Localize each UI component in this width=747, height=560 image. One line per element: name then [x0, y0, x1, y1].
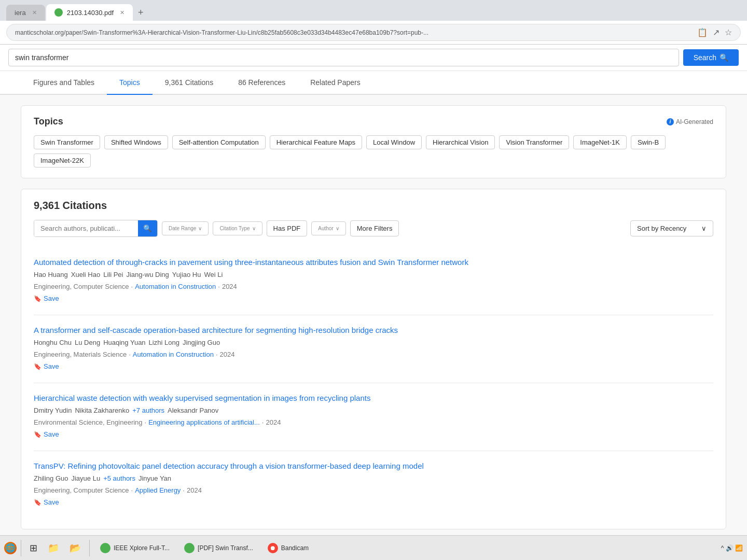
topic-tag-imagenet-1k[interactable]: ImageNet-1K: [573, 135, 627, 149]
authors-row: Dmitry Yudin Nikita Zakharenko +7 author…: [34, 407, 713, 414]
topic-tag-hierarchical-feature-maps[interactable]: Hierarchical Feature Maps: [270, 135, 362, 149]
tab-favicon-icon: [54, 8, 63, 17]
citation-title-link[interactable]: A transformer and self-cascade operation…: [34, 326, 713, 334]
citation-meta: Engineering, Computer Science · Applied …: [34, 486, 713, 494]
date-range-filter[interactable]: Date Range ∨: [162, 221, 209, 235]
citation-fields: Engineering, Materials Science: [34, 351, 127, 358]
citations-title: 9,361 Citations: [34, 200, 713, 212]
tab-figures[interactable]: Figures and Tables: [21, 71, 107, 95]
citation-search-button[interactable]: 🔍: [138, 220, 157, 236]
taskbar-bandicam-label: Bandicam: [281, 544, 309, 551]
taskbar-divider: [21, 540, 21, 551]
author-name[interactable]: Hao Huang: [34, 271, 68, 278]
author-name[interactable]: Xueli Hao: [71, 271, 100, 278]
citation-search-input[interactable]: [34, 220, 138, 236]
taskbar-item-label: [PDF] Swin Transf...: [198, 544, 253, 551]
citation-meta: Engineering, Materials Science · Automat…: [34, 351, 713, 358]
topic-tag-local-window[interactable]: Local Window: [366, 135, 422, 149]
info-icon: i: [667, 118, 674, 125]
filters-row: 🔍 Date Range ∨ Citation Type ∨ Has PDF A…: [34, 220, 713, 237]
author-name[interactable]: Jingjing Guo: [183, 339, 220, 346]
journal-link[interactable]: Automation in Construction: [135, 283, 216, 290]
taskbar-chrome-pdf[interactable]: [PDF] Swin Transf...: [178, 541, 259, 551]
share-icon[interactable]: ↗: [713, 27, 720, 37]
citation-year: 2024: [187, 486, 202, 494]
citation-title-link[interactable]: TransPV: Refining photovoltaic panel det…: [34, 461, 713, 470]
author-name[interactable]: Lizhi Long: [149, 339, 179, 346]
citation-item: A transformer and self-cascade operation…: [34, 315, 713, 383]
author-name[interactable]: Lili Pei: [103, 271, 123, 278]
citation-title-link[interactable]: Automated detection of through-cracks in…: [34, 258, 713, 267]
citation-year: 2024: [266, 418, 281, 426]
author-filter[interactable]: Author ∨: [311, 221, 345, 235]
author-name[interactable]: Lu Deng: [75, 339, 100, 346]
author-name[interactable]: Jiang-wu Ding: [126, 271, 169, 278]
new-tab-button[interactable]: +: [134, 7, 148, 18]
journal-link[interactable]: Applied Energy: [135, 486, 181, 494]
bookmark-icon[interactable]: ☆: [725, 27, 732, 37]
tab-citations[interactable]: 9,361 Citations: [153, 71, 226, 95]
copy-icon[interactable]: 📋: [697, 27, 708, 37]
start-menu-icon[interactable]: 🌐: [4, 542, 17, 551]
tab-close-icon[interactable]: ✕: [32, 9, 37, 16]
taskbar-files-icon[interactable]: 📁: [44, 542, 63, 551]
url-text: manticscholar.org/paper/Swin-Transformer…: [15, 29, 697, 36]
save-button[interactable]: 🔖 Save: [34, 496, 59, 508]
taskbar-chrome-ieee[interactable]: IEEE Xplore Full-T...: [94, 541, 176, 551]
bookmark-save-icon: 🔖: [34, 363, 42, 370]
save-button[interactable]: 🔖 Save: [34, 292, 59, 304]
taskbar-bandicam[interactable]: ⏺ Bandicam: [261, 541, 315, 551]
has-pdf-filter[interactable]: Has PDF: [267, 220, 308, 236]
tab-related-papers[interactable]: Related Papers: [298, 71, 373, 95]
date-range-chevron-icon: ∨: [198, 226, 202, 231]
author-name[interactable]: Aleksandr Panov: [168, 407, 218, 414]
citation-title-link[interactable]: Hierarchical waste detection with weakly…: [34, 394, 713, 402]
more-authors-link[interactable]: +5 authors: [103, 474, 135, 482]
author-name[interactable]: Yujiao Hu: [172, 271, 201, 278]
tab-label: iera: [15, 9, 26, 17]
citation-item: Hierarchical waste detection with weakly…: [34, 383, 713, 451]
tab-references[interactable]: 86 References: [226, 71, 298, 95]
search-button[interactable]: Search 🔍: [683, 49, 739, 66]
citation-type-filter[interactable]: Citation Type ∨: [213, 221, 262, 235]
citation-fields: Engineering, Computer Science: [34, 283, 129, 290]
author-name[interactable]: Jinyue Yan: [139, 474, 171, 482]
taskbar-explorer-icon[interactable]: ⊞: [25, 542, 42, 551]
tab-topics[interactable]: Topics: [107, 71, 153, 95]
author-name[interactable]: Wei Li: [204, 271, 223, 278]
more-authors-link[interactable]: +7 authors: [132, 407, 164, 414]
taskbar-folder-icon[interactable]: 📂: [65, 542, 85, 551]
journal-link[interactable]: Engineering applications of artificial..…: [148, 418, 260, 426]
taskbar-divider-2: [89, 540, 90, 551]
more-filters-button[interactable]: More Filters: [350, 220, 399, 236]
save-label: Save: [44, 498, 59, 506]
author-name[interactable]: Zhiling Guo: [34, 474, 68, 482]
topic-tag-hierarchical-vision[interactable]: Hierarchical Vision: [426, 135, 495, 149]
ai-generated-badge: i AI-Generated: [667, 118, 713, 125]
journal-link[interactable]: Automation in Construction: [133, 351, 214, 358]
sort-dropdown[interactable]: Sort by Recency ∨: [630, 220, 713, 236]
topic-tag-self-attention[interactable]: Self-attention Computation: [172, 135, 266, 149]
tab-active[interactable]: 2103.14030.pdf ✕: [46, 4, 133, 21]
author-name[interactable]: Jiayue Lu: [71, 474, 100, 482]
save-button[interactable]: 🔖 Save: [34, 360, 59, 372]
url-box[interactable]: manticscholar.org/paper/Swin-Transformer…: [6, 24, 741, 41]
tab-inactive[interactable]: iera ✕: [6, 5, 45, 21]
topic-tag-swin-b[interactable]: Swin-B: [631, 135, 666, 149]
topic-tag-vision-transformer[interactable]: Vision Transformer: [499, 135, 569, 149]
ai-generated-label: AI-Generated: [676, 118, 713, 125]
citation-search-filter: 🔍: [34, 220, 158, 237]
save-button[interactable]: 🔖 Save: [34, 428, 59, 440]
taskbar-item-label: IEEE Xplore Full-T...: [114, 544, 170, 551]
topic-tag-shifted-windows[interactable]: Shifted Windows: [104, 135, 168, 149]
tab-close-active-icon[interactable]: ✕: [120, 9, 125, 16]
save-label: Save: [44, 362, 59, 370]
search-input[interactable]: [8, 49, 679, 66]
author-name[interactable]: Honghu Chu: [34, 339, 72, 346]
topic-tag-swin-transformer[interactable]: Swin Transformer: [34, 135, 100, 149]
topic-tag-imagenet-22k[interactable]: ImageNet-22K: [34, 153, 91, 167]
author-name[interactable]: Dmitry Yudin: [34, 407, 72, 414]
author-name[interactable]: Huaqing Yuan: [103, 339, 145, 346]
citation-meta: Engineering, Computer Science · Automati…: [34, 283, 713, 290]
author-name[interactable]: Nikita Zakharenko: [75, 407, 129, 414]
